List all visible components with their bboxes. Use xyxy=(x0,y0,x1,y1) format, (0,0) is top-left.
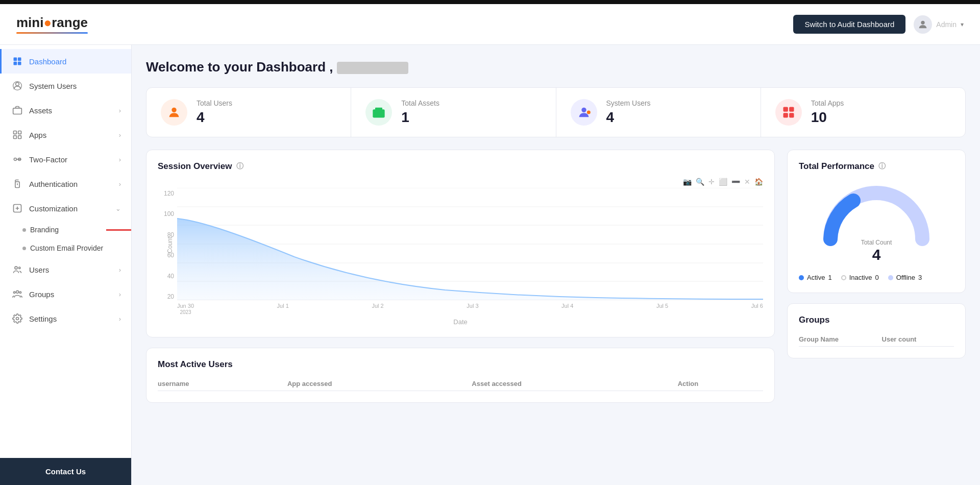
sidebar-item-label: Assets xyxy=(29,106,52,115)
chart-home-icon[interactable]: 🏠 xyxy=(754,178,763,186)
left-panels: Session Overview ⓘ 📷 🔍 ✛ ⬜ ➖ ✕ 🏠 xyxy=(146,150,775,403)
stat-label: Total Apps xyxy=(811,99,844,107)
groups-icon xyxy=(12,288,23,300)
info-icon: ⓘ xyxy=(236,162,243,171)
sidebar-item-label: Groups xyxy=(29,290,54,299)
total-performance-panel: Total Performance ⓘ Total Count 4 xyxy=(787,150,966,293)
x-label: Jul 6 xyxy=(751,303,763,315)
stat-label: Total Assets xyxy=(401,99,439,107)
user-avatar-area[interactable]: Admin ▾ xyxy=(914,15,964,34)
sidebar-item-settings[interactable]: Settings › xyxy=(0,306,131,331)
chart-rect-icon[interactable]: ⬜ xyxy=(719,178,727,186)
stat-label: System Users xyxy=(606,99,651,107)
chevron-right-icon: › xyxy=(119,266,121,274)
sidebar-item-system-users[interactable]: System Users xyxy=(0,74,131,98)
chevron-down-icon: ⌄ xyxy=(115,205,121,212)
gauge-label: Total Count 4 xyxy=(861,239,892,263)
welcome-title: Welcome to your Dashboard , xyxy=(146,59,966,75)
chevron-down-icon: ▾ xyxy=(961,21,964,28)
stat-icon-system xyxy=(571,99,597,126)
sidebar-submenu-item-custom-email[interactable]: Custom Email Provider xyxy=(22,239,131,257)
submenu-item-label: Branding xyxy=(30,226,59,234)
main-content: Welcome to your Dashboard , Total Users … xyxy=(132,45,980,485)
stat-card-total-assets: Total Assets 1 xyxy=(351,88,556,137)
chevron-right-icon: › xyxy=(119,131,121,139)
sidebar-item-label: Dashboard xyxy=(29,57,66,66)
user-circle-icon xyxy=(12,80,23,91)
most-active-users-table: username App accessed Asset accessed Act… xyxy=(158,376,763,391)
legend-offline-value: 3 xyxy=(918,274,922,281)
stat-card-system-users: System Users 4 xyxy=(556,88,761,137)
grid-icon xyxy=(12,56,23,67)
chevron-right-icon: › xyxy=(119,180,121,188)
y-label: 40 xyxy=(167,273,174,280)
sidebar-item-label: Customization xyxy=(29,204,78,213)
arrow-annotation xyxy=(106,226,132,233)
main-layout: Dashboard System Users Assets › xyxy=(0,45,980,485)
stat-value: 10 xyxy=(811,109,844,126)
inactive-dot xyxy=(841,275,846,280)
auth-icon xyxy=(12,178,23,189)
svg-rect-2 xyxy=(18,58,21,61)
sidebar-nav: Dashboard System Users Assets › xyxy=(0,45,131,458)
user-icon xyxy=(917,19,928,30)
sidebar-submenu-item-branding[interactable]: Branding xyxy=(22,221,131,239)
settings-icon xyxy=(12,313,23,324)
sidebar-item-two-factor[interactable]: Two-Factor › xyxy=(0,147,131,172)
contact-us-button[interactable]: Contact Us xyxy=(0,458,131,485)
svg-rect-30 xyxy=(789,113,794,117)
most-active-users-title: Most Active Users xyxy=(158,359,763,370)
col-app-accessed: App accessed xyxy=(287,376,472,391)
legend-active-value: 1 xyxy=(828,274,831,281)
sidebar-item-groups[interactable]: Groups › xyxy=(0,282,131,306)
chart-minus-icon[interactable]: ➖ xyxy=(731,178,740,186)
gauge-legend: Active 1 Inactive 0 Offline 3 xyxy=(799,274,954,281)
sidebar-item-dashboard[interactable]: Dashboard xyxy=(0,49,131,74)
chart-crosshair-icon[interactable]: ✛ xyxy=(708,178,715,186)
bottom-panels: Session Overview ⓘ 📷 🔍 ✛ ⬜ ➖ ✕ 🏠 xyxy=(146,150,966,403)
y-label: 120 xyxy=(164,190,174,197)
svg-point-22 xyxy=(172,108,176,112)
logo-orange: ● xyxy=(43,15,52,30)
svg-rect-1 xyxy=(14,58,17,61)
svg-rect-4 xyxy=(18,62,21,65)
stat-value: 1 xyxy=(401,109,439,126)
sidebar-item-apps[interactable]: Apps › xyxy=(0,123,131,147)
x-label: Jul 3 xyxy=(467,303,478,315)
chevron-right-icon: › xyxy=(119,156,121,163)
stat-icon-apps xyxy=(775,99,802,126)
svg-point-25 xyxy=(581,108,586,112)
col-user-count: User count xyxy=(882,331,954,347)
info-icon: ⓘ xyxy=(878,162,886,171)
chevron-right-icon: › xyxy=(119,290,121,298)
dot-icon xyxy=(22,228,26,232)
chart-camera-icon[interactable]: 📷 xyxy=(683,178,692,186)
legend-inactive-value: 0 xyxy=(875,274,878,281)
stat-card-total-users: Total Users 4 xyxy=(146,88,351,137)
topbar-right: Switch to Audit Dashboard Admin ▾ xyxy=(793,15,964,34)
col-asset-accessed: Asset accessed xyxy=(472,376,677,391)
sidebar-item-authentication[interactable]: Authentication › xyxy=(0,172,131,196)
svg-point-21 xyxy=(16,318,19,320)
right-panels: Total Performance ⓘ Total Count 4 xyxy=(787,150,966,403)
chart-zoom-icon[interactable]: 🔍 xyxy=(696,178,704,186)
audit-dashboard-button[interactable]: Switch to Audit Dashboard xyxy=(793,15,905,34)
svg-rect-28 xyxy=(789,107,794,112)
custom-icon xyxy=(12,203,23,214)
svg-point-18 xyxy=(16,290,19,293)
logo-underline xyxy=(16,32,88,34)
stat-info-assets: Total Assets 1 xyxy=(401,99,439,126)
stat-info-apps: Total Apps 10 xyxy=(811,99,844,126)
gauge-container: Total Count 4 xyxy=(799,178,954,269)
top-black-bar xyxy=(0,0,980,4)
sidebar-item-users[interactable]: Users › xyxy=(0,257,131,282)
twofactor-icon xyxy=(12,154,23,165)
groups-title: Groups xyxy=(799,315,954,325)
x-axis-title: Date xyxy=(158,318,763,326)
sidebar-item-assets[interactable]: Assets › xyxy=(0,98,131,123)
sidebar-item-customization[interactable]: Customization ⌄ xyxy=(0,196,131,221)
legend-offline: Offline 3 xyxy=(888,274,922,281)
chevron-right-icon: › xyxy=(119,107,121,114)
legend-inactive: Inactive 0 xyxy=(841,274,879,281)
chart-expand-icon[interactable]: ✕ xyxy=(744,178,750,186)
